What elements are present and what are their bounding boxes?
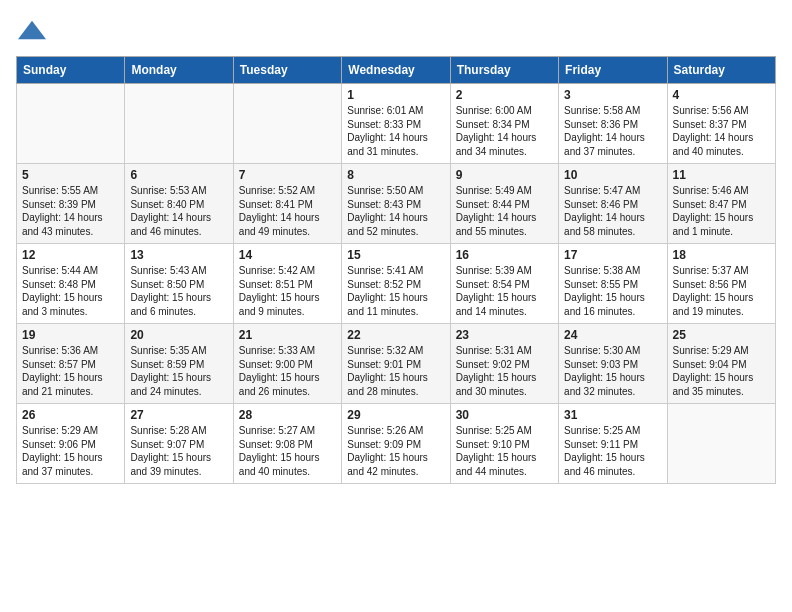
- day-number: 14: [239, 248, 336, 262]
- day-number: 6: [130, 168, 227, 182]
- calendar-cell: 12Sunrise: 5:44 AMSunset: 8:48 PMDayligh…: [17, 244, 125, 324]
- calendar-cell: 31Sunrise: 5:25 AMSunset: 9:11 PMDayligh…: [559, 404, 667, 484]
- day-info: Sunrise: 5:42 AMSunset: 8:51 PMDaylight:…: [239, 264, 336, 318]
- day-number: 16: [456, 248, 553, 262]
- day-number: 4: [673, 88, 770, 102]
- day-info: Sunrise: 5:38 AMSunset: 8:55 PMDaylight:…: [564, 264, 661, 318]
- day-info: Sunrise: 5:43 AMSunset: 8:50 PMDaylight:…: [130, 264, 227, 318]
- day-number: 22: [347, 328, 444, 342]
- day-number: 29: [347, 408, 444, 422]
- day-info: Sunrise: 5:53 AMSunset: 8:40 PMDaylight:…: [130, 184, 227, 238]
- day-number: 25: [673, 328, 770, 342]
- weekday-header-saturday: Saturday: [667, 57, 775, 84]
- day-info: Sunrise: 5:36 AMSunset: 8:57 PMDaylight:…: [22, 344, 119, 398]
- day-info: Sunrise: 6:01 AMSunset: 8:33 PMDaylight:…: [347, 104, 444, 158]
- day-info: Sunrise: 5:56 AMSunset: 8:37 PMDaylight:…: [673, 104, 770, 158]
- calendar-cell: 1Sunrise: 6:01 AMSunset: 8:33 PMDaylight…: [342, 84, 450, 164]
- page-header: [16, 16, 776, 48]
- weekday-header-friday: Friday: [559, 57, 667, 84]
- logo-icon: [18, 16, 46, 44]
- day-info: Sunrise: 5:55 AMSunset: 8:39 PMDaylight:…: [22, 184, 119, 238]
- day-number: 12: [22, 248, 119, 262]
- calendar-table: SundayMondayTuesdayWednesdayThursdayFrid…: [16, 56, 776, 484]
- calendar-week-4: 26Sunrise: 5:29 AMSunset: 9:06 PMDayligh…: [17, 404, 776, 484]
- day-number: 5: [22, 168, 119, 182]
- weekday-header-thursday: Thursday: [450, 57, 558, 84]
- day-number: 18: [673, 248, 770, 262]
- day-info: Sunrise: 5:33 AMSunset: 9:00 PMDaylight:…: [239, 344, 336, 398]
- calendar-week-2: 12Sunrise: 5:44 AMSunset: 8:48 PMDayligh…: [17, 244, 776, 324]
- weekday-header-tuesday: Tuesday: [233, 57, 341, 84]
- calendar-header: SundayMondayTuesdayWednesdayThursdayFrid…: [17, 57, 776, 84]
- weekday-header-sunday: Sunday: [17, 57, 125, 84]
- calendar-cell: 11Sunrise: 5:46 AMSunset: 8:47 PMDayligh…: [667, 164, 775, 244]
- calendar-cell: [125, 84, 233, 164]
- day-info: Sunrise: 5:35 AMSunset: 8:59 PMDaylight:…: [130, 344, 227, 398]
- day-info: Sunrise: 5:25 AMSunset: 9:11 PMDaylight:…: [564, 424, 661, 478]
- calendar-cell: 3Sunrise: 5:58 AMSunset: 8:36 PMDaylight…: [559, 84, 667, 164]
- day-number: 10: [564, 168, 661, 182]
- calendar-cell: 19Sunrise: 5:36 AMSunset: 8:57 PMDayligh…: [17, 324, 125, 404]
- day-number: 28: [239, 408, 336, 422]
- day-info: Sunrise: 5:28 AMSunset: 9:07 PMDaylight:…: [130, 424, 227, 478]
- calendar-cell: [667, 404, 775, 484]
- day-number: 27: [130, 408, 227, 422]
- calendar-cell: 27Sunrise: 5:28 AMSunset: 9:07 PMDayligh…: [125, 404, 233, 484]
- day-info: Sunrise: 5:44 AMSunset: 8:48 PMDaylight:…: [22, 264, 119, 318]
- calendar-cell: 14Sunrise: 5:42 AMSunset: 8:51 PMDayligh…: [233, 244, 341, 324]
- day-number: 23: [456, 328, 553, 342]
- day-number: 8: [347, 168, 444, 182]
- calendar-cell: 29Sunrise: 5:26 AMSunset: 9:09 PMDayligh…: [342, 404, 450, 484]
- day-info: Sunrise: 5:46 AMSunset: 8:47 PMDaylight:…: [673, 184, 770, 238]
- calendar-body: 1Sunrise: 6:01 AMSunset: 8:33 PMDaylight…: [17, 84, 776, 484]
- calendar-cell: 4Sunrise: 5:56 AMSunset: 8:37 PMDaylight…: [667, 84, 775, 164]
- calendar-cell: 5Sunrise: 5:55 AMSunset: 8:39 PMDaylight…: [17, 164, 125, 244]
- day-number: 3: [564, 88, 661, 102]
- calendar-cell: 23Sunrise: 5:31 AMSunset: 9:02 PMDayligh…: [450, 324, 558, 404]
- calendar-cell: 24Sunrise: 5:30 AMSunset: 9:03 PMDayligh…: [559, 324, 667, 404]
- day-number: 1: [347, 88, 444, 102]
- day-info: Sunrise: 5:39 AMSunset: 8:54 PMDaylight:…: [456, 264, 553, 318]
- day-number: 19: [22, 328, 119, 342]
- day-number: 15: [347, 248, 444, 262]
- calendar-week-1: 5Sunrise: 5:55 AMSunset: 8:39 PMDaylight…: [17, 164, 776, 244]
- day-info: Sunrise: 5:30 AMSunset: 9:03 PMDaylight:…: [564, 344, 661, 398]
- day-info: Sunrise: 6:00 AMSunset: 8:34 PMDaylight:…: [456, 104, 553, 158]
- day-number: 7: [239, 168, 336, 182]
- calendar-cell: 8Sunrise: 5:50 AMSunset: 8:43 PMDaylight…: [342, 164, 450, 244]
- weekday-row: SundayMondayTuesdayWednesdayThursdayFrid…: [17, 57, 776, 84]
- day-info: Sunrise: 5:50 AMSunset: 8:43 PMDaylight:…: [347, 184, 444, 238]
- calendar-week-0: 1Sunrise: 6:01 AMSunset: 8:33 PMDaylight…: [17, 84, 776, 164]
- calendar-week-3: 19Sunrise: 5:36 AMSunset: 8:57 PMDayligh…: [17, 324, 776, 404]
- calendar-cell: 9Sunrise: 5:49 AMSunset: 8:44 PMDaylight…: [450, 164, 558, 244]
- calendar-cell: 17Sunrise: 5:38 AMSunset: 8:55 PMDayligh…: [559, 244, 667, 324]
- weekday-header-wednesday: Wednesday: [342, 57, 450, 84]
- calendar-cell: 10Sunrise: 5:47 AMSunset: 8:46 PMDayligh…: [559, 164, 667, 244]
- calendar-cell: 26Sunrise: 5:29 AMSunset: 9:06 PMDayligh…: [17, 404, 125, 484]
- day-info: Sunrise: 5:29 AMSunset: 9:06 PMDaylight:…: [22, 424, 119, 478]
- day-number: 9: [456, 168, 553, 182]
- day-number: 26: [22, 408, 119, 422]
- calendar-cell: [17, 84, 125, 164]
- day-info: Sunrise: 5:25 AMSunset: 9:10 PMDaylight:…: [456, 424, 553, 478]
- day-info: Sunrise: 5:47 AMSunset: 8:46 PMDaylight:…: [564, 184, 661, 238]
- day-number: 30: [456, 408, 553, 422]
- weekday-header-monday: Monday: [125, 57, 233, 84]
- calendar-cell: 16Sunrise: 5:39 AMSunset: 8:54 PMDayligh…: [450, 244, 558, 324]
- day-info: Sunrise: 5:26 AMSunset: 9:09 PMDaylight:…: [347, 424, 444, 478]
- day-info: Sunrise: 5:29 AMSunset: 9:04 PMDaylight:…: [673, 344, 770, 398]
- day-info: Sunrise: 5:41 AMSunset: 8:52 PMDaylight:…: [347, 264, 444, 318]
- calendar-cell: 22Sunrise: 5:32 AMSunset: 9:01 PMDayligh…: [342, 324, 450, 404]
- svg-marker-0: [18, 21, 46, 40]
- calendar-cell: 6Sunrise: 5:53 AMSunset: 8:40 PMDaylight…: [125, 164, 233, 244]
- day-info: Sunrise: 5:49 AMSunset: 8:44 PMDaylight:…: [456, 184, 553, 238]
- day-info: Sunrise: 5:58 AMSunset: 8:36 PMDaylight:…: [564, 104, 661, 158]
- day-number: 11: [673, 168, 770, 182]
- day-number: 31: [564, 408, 661, 422]
- day-number: 17: [564, 248, 661, 262]
- calendar-cell: 18Sunrise: 5:37 AMSunset: 8:56 PMDayligh…: [667, 244, 775, 324]
- day-number: 20: [130, 328, 227, 342]
- day-number: 21: [239, 328, 336, 342]
- day-number: 24: [564, 328, 661, 342]
- day-number: 2: [456, 88, 553, 102]
